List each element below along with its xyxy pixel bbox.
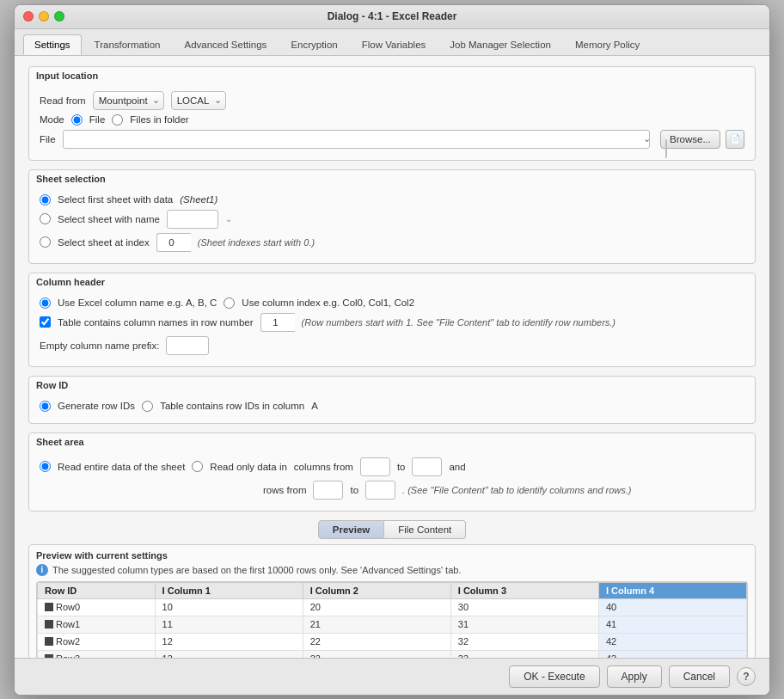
read-from-row: Read from Mountpoint LOCAL <box>40 91 744 110</box>
col-header-4-label: I Column 4 <box>606 586 654 596</box>
empty-prefix-input[interactable]: empty_ <box>166 336 209 355</box>
empty-prefix-label: Empty column name prefix: <box>40 340 159 351</box>
sheet-index-input[interactable] <box>156 233 191 252</box>
tab-job-manager[interactable]: Job Manager Selection <box>438 34 562 55</box>
sheet-first-radio[interactable] <box>40 194 51 205</box>
row-id-section: Row ID Generate row IDs Table contains r… <box>28 376 756 424</box>
tab-encryption[interactable]: Encryption <box>279 34 348 55</box>
table-cell: 10 <box>155 598 303 616</box>
mode-row: Mode File Files in folder <box>40 114 744 126</box>
footer: OK - Execute Apply Cancel ? <box>15 658 769 695</box>
tab-flow-variables[interactable]: Flow Variables <box>351 34 438 55</box>
col-header-2-label: I Column 2 <box>310 586 358 596</box>
close-button[interactable] <box>23 11 34 21</box>
minimize-button[interactable] <box>39 11 49 21</box>
col-index-radio[interactable] <box>224 297 235 309</box>
table-cell: 11 <box>155 616 303 633</box>
tab-memory-policy[interactable]: Memory Policy <box>564 34 651 55</box>
rows-from-input[interactable]: 1 <box>313 481 343 500</box>
sheet-name-radio[interactable] <box>40 213 51 224</box>
cols-from-input[interactable]: A <box>360 457 390 476</box>
row-id-value: Row0 <box>56 602 80 612</box>
mode-file-radio[interactable] <box>71 114 83 126</box>
col-excel-name-radio[interactable] <box>40 297 51 309</box>
row-id-value: Row2 <box>56 636 80 647</box>
row-icon <box>45 654 53 658</box>
column-header-title: Column header <box>29 273 755 289</box>
rowid-col-value: A <box>311 401 318 411</box>
file-content-tab-button[interactable]: File Content <box>384 520 466 539</box>
row-num-spinbox <box>260 313 295 332</box>
file-path-input[interactable]: /Test/Test-1.xlsx <box>63 130 651 149</box>
file-row: File /Test/Test-1.xlsx Browse... 📄 <box>40 130 744 149</box>
sheet-index-spinbox <box>156 233 191 252</box>
dialog-window: Dialog - 4:1 - Excel Reader Settings Tra… <box>14 4 770 696</box>
cols-to-input[interactable] <box>412 457 442 476</box>
cancel-button[interactable]: Cancel <box>669 665 730 688</box>
preview-tab-button[interactable]: Preview <box>318 520 384 539</box>
file-icon-button[interactable]: 📄 <box>726 130 744 149</box>
mountpoint-select[interactable]: Mountpoint <box>93 91 164 110</box>
col-header-1: I Column 1 <box>155 582 303 598</box>
col-contains-checkbox[interactable] <box>40 316 51 328</box>
table-cell: 43 <box>598 650 746 658</box>
preview-section: Preview with current settings i The sugg… <box>28 544 756 658</box>
settings-content: Input location Read from Mountpoint LOCA… <box>15 56 769 658</box>
table-cell: 32 <box>450 633 598 650</box>
row-num-input[interactable] <box>260 313 295 332</box>
and-label: and <box>449 462 465 472</box>
table-cell: 20 <box>303 598 450 616</box>
maximize-button[interactable] <box>54 11 64 21</box>
table-cell: 42 <box>598 633 746 650</box>
rows-from-label: rows from <box>263 485 306 495</box>
title-bar: Dialog - 4:1 - Excel Reader <box>15 5 769 29</box>
sheet-area-row1: Read entire data of the sheet Read only … <box>40 457 744 476</box>
table-row: Row313233343 <box>38 650 747 658</box>
sheet-name-input[interactable]: Sheet1 <box>167 210 218 229</box>
tab-settings[interactable]: Settings <box>23 34 82 55</box>
column-header-body: Use Excel column name e.g. A, B, C Use c… <box>29 292 755 366</box>
info-icon: i <box>36 564 48 576</box>
sheet-opt3-row: Select sheet at index (Sheet indexes sta… <box>40 233 744 252</box>
apply-button[interactable]: Apply <box>607 665 662 688</box>
sheet-index-radio[interactable] <box>40 236 51 248</box>
sheet-index-label: Select sheet at index <box>58 237 150 248</box>
local-select[interactable]: LOCAL <box>171 91 226 110</box>
row-id-title: Row ID <box>29 377 755 392</box>
col-excel-name-label: Use Excel column name e.g. A, B, C <box>58 297 217 308</box>
table-row: Row010203040 <box>38 598 747 616</box>
read-entire-radio[interactable] <box>40 461 51 472</box>
table-row: Row111213141 <box>38 616 747 633</box>
col-header-rowid: Row ID <box>38 582 156 598</box>
window-title: Dialog - 4:1 - Excel Reader <box>328 10 457 22</box>
mode-label: Mode <box>40 114 64 125</box>
sheet-index-note: (Sheet indexes start with 0.) <box>198 237 315 248</box>
rows-to-input[interactable] <box>365 481 395 500</box>
tab-advanced[interactable]: Advanced Settings <box>173 34 278 55</box>
table-cell: 13 <box>155 650 303 658</box>
read-only-radio[interactable] <box>192 461 203 472</box>
help-button[interactable]: ? <box>737 667 756 686</box>
generate-rowid-label: Generate row IDs <box>58 401 135 411</box>
table-rowid-radio[interactable] <box>142 401 153 412</box>
browse-button[interactable]: Browse... <box>660 130 720 149</box>
input-location-body: Read from Mountpoint LOCAL Mode <box>29 86 755 160</box>
preview-table-wrap: Row ID I Column 1 I Column 2 I Column 3 … <box>36 581 748 658</box>
row-id-cell: Row2 <box>38 633 156 650</box>
sheet-first-note: (Sheet1) <box>180 194 217 205</box>
file-input-group: /Test/Test-1.xlsx Browse... 📄 <box>63 130 744 149</box>
read-entire-label: Read entire data of the sheet <box>58 462 185 472</box>
cols-to-label: to <box>397 462 406 472</box>
generate-rowid-radio[interactable] <box>40 401 51 412</box>
tab-transformation[interactable]: Transformation <box>83 34 172 55</box>
mode-folder-radio[interactable] <box>112 114 123 126</box>
sheet-area-body: Read entire data of the sheet Read only … <box>29 452 755 511</box>
mode-folder-label: Files in folder <box>130 114 188 125</box>
row-id-cell: Row3 <box>38 650 156 658</box>
file-label: File <box>40 134 56 144</box>
col-header-3: I Column 3 <box>450 582 598 598</box>
ok-execute-button[interactable]: OK - Execute <box>509 665 599 688</box>
col-header-opt1-row: Use Excel column name e.g. A, B, C Use c… <box>40 297 744 309</box>
row-icon <box>45 603 53 611</box>
sheet-area-row2: rows from 1 to . (See "File Content" tab… <box>40 481 744 500</box>
